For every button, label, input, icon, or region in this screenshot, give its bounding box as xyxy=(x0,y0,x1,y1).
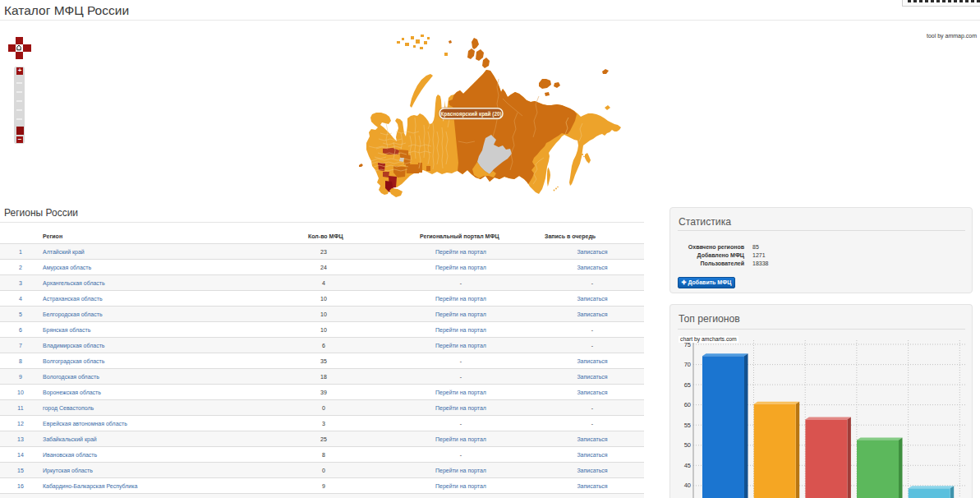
svg-text:Красноярский край (20): Красноярский край (20) xyxy=(440,111,501,118)
svg-text:65: 65 xyxy=(684,381,691,389)
svg-text:55: 55 xyxy=(684,422,691,429)
svg-text:45: 45 xyxy=(684,462,691,469)
svg-text:50: 50 xyxy=(684,441,691,449)
svg-text:60: 60 xyxy=(684,401,691,408)
svg-text:40: 40 xyxy=(684,482,691,489)
svg-text:70: 70 xyxy=(684,361,691,368)
